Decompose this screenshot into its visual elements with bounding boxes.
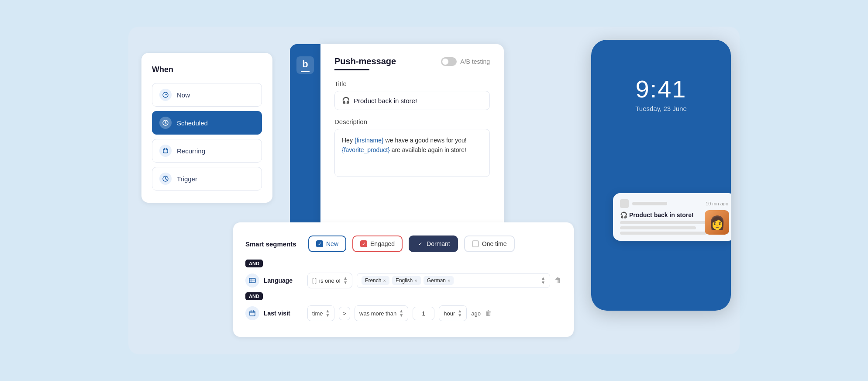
when-option-scheduled[interactable]: Scheduled: [152, 111, 262, 135]
when-title: When: [152, 65, 262, 74]
french-label: French: [365, 277, 381, 284]
notif-app-row: [620, 199, 667, 208]
dormant-label: Dormant: [427, 240, 450, 247]
gt-select[interactable]: >: [339, 307, 350, 320]
time-value-input[interactable]: 1: [413, 307, 434, 320]
time-label: time: [312, 310, 323, 317]
ab-testing-section: A/B testing: [441, 57, 490, 66]
french-remove[interactable]: ×: [383, 278, 386, 283]
phone-time: 9:41: [636, 75, 687, 103]
language-tags-container: French × English × German × ▲▼: [357, 273, 550, 288]
favorite-product-var: {favorite_product}: [342, 146, 390, 153]
notif-line-2: [620, 226, 696, 229]
notif-line-1: [620, 221, 717, 224]
ab-testing-label: A/B testing: [460, 58, 490, 65]
phone-screen: 9:41 Tuesday, 23 June: [591, 40, 731, 311]
language-filter-row: Language [ ] is one of ▲▼ French × Engli…: [245, 273, 561, 288]
and-badge-1: AND: [245, 260, 263, 267]
description-field-label: Description: [334, 118, 490, 125]
last-visit-delete[interactable]: 🗑: [485, 309, 492, 317]
trigger-label: Trigger: [177, 175, 197, 183]
english-label: English: [396, 277, 413, 284]
recurring-icon: [159, 145, 172, 157]
when-options: Now Scheduled Recurring Trigger: [152, 83, 262, 190]
was-more-than-label: was more than: [359, 310, 396, 317]
one-time-label: One time: [482, 240, 507, 247]
smart-segments-label: Smart segments: [245, 240, 302, 248]
now-label: Now: [177, 91, 190, 99]
when-option-recurring[interactable]: Recurring: [152, 139, 262, 163]
recurring-label: Recurring: [177, 147, 205, 155]
and-badge-2: AND: [245, 292, 263, 300]
title-field-label: Title: [334, 80, 490, 87]
french-tag: French ×: [362, 276, 389, 285]
description-textarea[interactable]: Hey {firstname} we have a good news for …: [334, 129, 490, 177]
title-underline: [334, 69, 369, 70]
english-tag: English ×: [392, 276, 421, 285]
when-option-now[interactable]: Now: [152, 83, 262, 107]
now-icon: [159, 89, 172, 101]
engaged-label: Engaged: [370, 240, 395, 247]
gt-icon: >: [343, 310, 346, 317]
new-checkbox: ✓: [316, 240, 323, 247]
when-card: When Now Scheduled Recurring: [141, 53, 272, 203]
was-more-than-arrow: ▲▼: [399, 309, 403, 318]
notif-image: 👩: [705, 210, 729, 235]
time-select[interactable]: time ▲▼: [307, 305, 334, 321]
notif-line-3: [620, 232, 706, 235]
time-value: 1: [422, 310, 425, 317]
push-panel-header: Push-message A/B testing: [334, 56, 490, 66]
hour-arrow: ▲▼: [458, 309, 462, 318]
german-remove[interactable]: ×: [448, 278, 450, 283]
engaged-checkbox: ✓: [360, 240, 367, 247]
last-visit-icon: [245, 306, 259, 320]
time-arrow: ▲▼: [326, 309, 330, 318]
title-input[interactable]: 🎧 Product back in store!: [334, 91, 490, 110]
dormant-checkbox: ✓: [417, 240, 424, 247]
last-visit-label: Last visit: [264, 310, 303, 317]
push-panel-title: Push-message: [334, 56, 396, 66]
phone-date: Tuesday, 23 June: [635, 105, 687, 112]
english-remove[interactable]: ×: [414, 278, 417, 283]
hour-select[interactable]: hour ▲▼: [439, 305, 467, 321]
segment-engaged[interactable]: ✓ Engaged: [352, 236, 403, 252]
notif-title-text: 🎧 Product back in store!: [620, 211, 694, 218]
when-option-trigger[interactable]: Trigger: [152, 167, 262, 190]
segment-one-time[interactable]: One time: [464, 236, 515, 252]
language-operator-select[interactable]: [ ] is one of ▲▼: [307, 273, 352, 288]
notification-card: 10 mn ago 🎧 Product back in store! 👩: [613, 193, 731, 241]
b-logo-underline: [301, 71, 310, 72]
ago-suffix: ago: [471, 310, 481, 317]
trigger-icon: [159, 173, 172, 185]
smart-segments-row: Smart segments ✓ New ✓ Engaged ✓ Dormant…: [245, 236, 561, 252]
segment-new[interactable]: ✓ New: [308, 236, 346, 252]
svg-rect-5: [250, 311, 255, 316]
language-operator-label: is one of: [319, 277, 341, 284]
hour-label: hour: [444, 310, 455, 317]
segment-dormant[interactable]: ✓ Dormant: [409, 236, 458, 252]
main-container: When Now Scheduled Recurring: [128, 27, 740, 354]
notif-time: 10 mn ago: [706, 201, 728, 206]
notif-body-row: 🎧 Product back in store! 👩: [620, 211, 728, 235]
was-more-than-select[interactable]: was more than ▲▼: [355, 305, 408, 321]
notif-app-icon: [620, 199, 629, 208]
tags-arrow: ▲▼: [541, 276, 545, 285]
firstname-var: {firstname}: [355, 137, 384, 144]
person-image: 👩: [709, 215, 725, 230]
scheduled-icon: [159, 117, 172, 129]
phone-mockup: 9:41 Tuesday, 23 June 10 mn ago 🎧 Produc…: [591, 40, 731, 311]
ab-testing-toggle[interactable]: [441, 57, 457, 66]
operator-arrow: ▲▼: [343, 276, 348, 285]
german-label: German: [427, 277, 446, 284]
smart-card: Smart segments ✓ New ✓ Engaged ✓ Dormant…: [233, 222, 574, 337]
notif-header: 10 mn ago: [620, 199, 728, 208]
german-tag: German ×: [424, 276, 454, 285]
language-label: Language: [264, 277, 303, 284]
svg-rect-4: [249, 278, 255, 283]
b-logo: b: [296, 56, 314, 74]
new-label: New: [326, 240, 338, 247]
language-delete[interactable]: 🗑: [555, 277, 561, 284]
title-value: Product back in store!: [354, 97, 417, 104]
notif-app-name: [632, 202, 667, 205]
last-visit-filter-row: Last visit time ▲▼ > was more than ▲▼ 1 …: [245, 305, 561, 321]
